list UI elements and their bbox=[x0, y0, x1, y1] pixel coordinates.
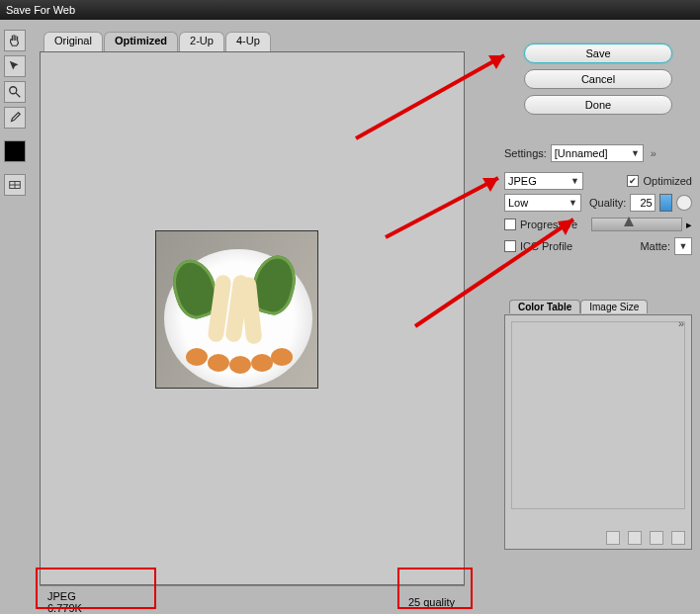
window-title: Save For Web bbox=[6, 4, 75, 16]
tab-optimized[interactable]: Optimized bbox=[104, 32, 178, 51]
tab-4up[interactable]: 4-Up bbox=[225, 32, 271, 51]
preview-canvas[interactable]: 01.5 bbox=[40, 51, 465, 585]
window-titlebar: Save For Web bbox=[0, 0, 700, 20]
colortable-flyout-icon[interactable]: » bbox=[675, 317, 687, 329]
snap-to-web-icon[interactable] bbox=[606, 531, 620, 545]
matte-select[interactable]: ▼ bbox=[674, 237, 692, 255]
chevron-down-icon: ▼ bbox=[569, 198, 577, 208]
save-button[interactable]: Save bbox=[524, 44, 672, 63]
svg-point-0 bbox=[10, 87, 17, 94]
lock-color-icon[interactable] bbox=[628, 531, 642, 545]
slider-flyout-icon[interactable]: ▸ bbox=[686, 219, 692, 231]
new-color-icon[interactable] bbox=[650, 531, 663, 545]
tab-image-size[interactable]: Image Size bbox=[580, 300, 648, 313]
slice-select-tool[interactable] bbox=[4, 55, 26, 77]
compression-select[interactable]: Low▼ bbox=[504, 194, 581, 212]
annotation-box-status bbox=[36, 568, 156, 609]
eyedropper-tool[interactable] bbox=[4, 107, 26, 129]
quality-label: Quality: bbox=[589, 197, 626, 209]
iccprofile-checkbox[interactable] bbox=[504, 240, 516, 252]
optimized-label: Optimized bbox=[643, 175, 692, 187]
compression-value: Low bbox=[508, 197, 528, 209]
cancel-button[interactable]: Cancel bbox=[524, 69, 672, 89]
tab-color-table[interactable]: Color Table bbox=[509, 300, 580, 313]
preview-frame: Original Optimized 2-Up 4-Up 01.5 bbox=[40, 32, 465, 605]
options-panel: Save Cancel Done Settings: [Unnamed]▼ » … bbox=[504, 44, 692, 550]
annotation-box-quality bbox=[397, 568, 473, 609]
progressive-label: Progressive bbox=[520, 219, 577, 230]
hand-tool[interactable] bbox=[4, 30, 26, 51]
preview-tabs: Original Optimized 2-Up 4-Up bbox=[44, 32, 465, 51]
tab-2up[interactable]: 2-Up bbox=[179, 32, 224, 51]
chevron-down-icon: ▼ bbox=[631, 148, 640, 158]
zoom-tool[interactable] bbox=[4, 81, 26, 103]
blur-slider[interactable] bbox=[591, 218, 682, 231]
color-table-grid bbox=[511, 321, 685, 509]
done-button[interactable]: Done bbox=[524, 95, 672, 115]
format-select[interactable]: JPEG▼ bbox=[504, 172, 583, 190]
settings-select[interactable]: [Unnamed]▼ bbox=[551, 144, 644, 162]
chevron-down-icon: ▼ bbox=[679, 241, 688, 251]
format-value: JPEG bbox=[508, 175, 537, 187]
svg-marker-8 bbox=[482, 178, 498, 192]
chevron-down-icon: ▼ bbox=[570, 176, 579, 186]
color-table-panel: Color Table Image Size » bbox=[504, 314, 692, 550]
quality-slider-button[interactable] bbox=[659, 194, 673, 212]
toolbox bbox=[4, 30, 26, 196]
delete-color-icon[interactable] bbox=[671, 531, 685, 545]
svg-marker-6 bbox=[488, 55, 504, 69]
preset-flyout-icon[interactable]: » bbox=[648, 147, 659, 159]
matte-label: Matte: bbox=[640, 240, 670, 252]
settings-value: [Unnamed] bbox=[555, 147, 608, 159]
toggle-slices-visibility[interactable] bbox=[4, 174, 26, 196]
foreground-color-swatch[interactable] bbox=[4, 140, 26, 162]
optimized-checkbox[interactable]: ✔ bbox=[627, 175, 639, 187]
tab-original[interactable]: Original bbox=[44, 32, 103, 51]
iccprofile-label: ICC Profile bbox=[520, 240, 572, 252]
settings-label: Settings: bbox=[504, 147, 547, 159]
quality-menu-icon[interactable] bbox=[676, 195, 692, 211]
image-preview: 01.5 bbox=[155, 230, 318, 389]
progressive-checkbox[interactable] bbox=[504, 219, 516, 230]
svg-line-1 bbox=[16, 93, 20, 97]
quality-input[interactable]: 25 bbox=[630, 194, 655, 212]
